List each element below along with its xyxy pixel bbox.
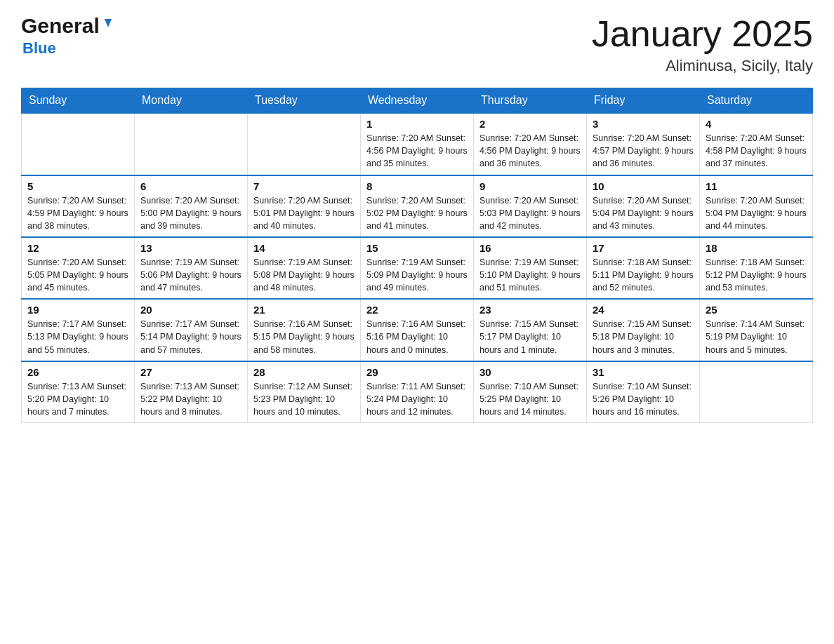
day-number: 20 bbox=[140, 304, 241, 316]
calendar-header-row: SundayMondayTuesdayWednesdayThursdayFrid… bbox=[22, 88, 813, 114]
calendar-body: 1Sunrise: 7:20 AM Sunset: 4:56 PM Daylig… bbox=[22, 113, 813, 422]
svg-marker-0 bbox=[105, 19, 112, 27]
calendar-header-cell: Tuesday bbox=[248, 88, 361, 114]
day-number: 14 bbox=[253, 242, 355, 254]
calendar-day-cell: 24Sunrise: 7:15 AM Sunset: 5:18 PM Dayli… bbox=[587, 299, 700, 361]
calendar-day-cell: 5Sunrise: 7:20 AM Sunset: 4:59 PM Daylig… bbox=[22, 175, 135, 237]
day-number: 31 bbox=[593, 366, 694, 378]
day-number: 3 bbox=[593, 118, 694, 130]
calendar-day-cell: 11Sunrise: 7:20 AM Sunset: 5:04 PM Dayli… bbox=[700, 175, 813, 237]
day-number: 9 bbox=[479, 180, 581, 192]
calendar-day-cell: 15Sunrise: 7:19 AM Sunset: 5:09 PM Dayli… bbox=[361, 237, 474, 299]
calendar-day-cell: 9Sunrise: 7:20 AM Sunset: 5:03 PM Daylig… bbox=[474, 175, 587, 237]
day-info: Sunrise: 7:19 AM Sunset: 5:08 PM Dayligh… bbox=[253, 256, 355, 294]
day-info: Sunrise: 7:20 AM Sunset: 5:02 PM Dayligh… bbox=[366, 194, 468, 232]
calendar-day-cell: 30Sunrise: 7:10 AM Sunset: 5:25 PM Dayli… bbox=[474, 361, 587, 423]
subtitle: Aliminusa, Sicily, Italy bbox=[592, 57, 813, 75]
day-number: 6 bbox=[140, 180, 241, 192]
day-info: Sunrise: 7:15 AM Sunset: 5:17 PM Dayligh… bbox=[479, 318, 581, 356]
calendar-day-cell: 4Sunrise: 7:20 AM Sunset: 4:58 PM Daylig… bbox=[700, 113, 813, 175]
calendar-day-cell bbox=[700, 361, 813, 423]
day-info: Sunrise: 7:17 AM Sunset: 5:13 PM Dayligh… bbox=[27, 318, 128, 356]
day-info: Sunrise: 7:19 AM Sunset: 5:09 PM Dayligh… bbox=[366, 256, 468, 294]
day-info: Sunrise: 7:13 AM Sunset: 5:20 PM Dayligh… bbox=[27, 380, 128, 418]
day-number: 23 bbox=[479, 304, 581, 316]
calendar-day-cell bbox=[135, 113, 248, 175]
day-info: Sunrise: 7:20 AM Sunset: 4:58 PM Dayligh… bbox=[706, 132, 807, 170]
calendar-header-cell: Wednesday bbox=[361, 88, 474, 114]
logo-general-text: General bbox=[21, 14, 100, 38]
day-number: 26 bbox=[27, 366, 128, 378]
day-info: Sunrise: 7:13 AM Sunset: 5:22 PM Dayligh… bbox=[140, 380, 241, 418]
day-number: 21 bbox=[253, 304, 355, 316]
day-number: 7 bbox=[253, 180, 355, 192]
calendar-day-cell: 18Sunrise: 7:18 AM Sunset: 5:12 PM Dayli… bbox=[700, 237, 813, 299]
day-number: 8 bbox=[366, 180, 468, 192]
calendar-day-cell bbox=[248, 113, 361, 175]
day-info: Sunrise: 7:20 AM Sunset: 4:56 PM Dayligh… bbox=[366, 132, 468, 170]
calendar-day-cell: 2Sunrise: 7:20 AM Sunset: 4:56 PM Daylig… bbox=[474, 113, 587, 175]
calendar-day-cell: 3Sunrise: 7:20 AM Sunset: 4:57 PM Daylig… bbox=[587, 113, 700, 175]
calendar-day-cell: 26Sunrise: 7:13 AM Sunset: 5:20 PM Dayli… bbox=[22, 361, 135, 423]
day-number: 17 bbox=[593, 242, 694, 254]
day-info: Sunrise: 7:12 AM Sunset: 5:23 PM Dayligh… bbox=[253, 380, 355, 418]
day-number: 10 bbox=[593, 180, 694, 192]
calendar-day-cell: 12Sunrise: 7:20 AM Sunset: 5:05 PM Dayli… bbox=[22, 237, 135, 299]
calendar-day-cell: 23Sunrise: 7:15 AM Sunset: 5:17 PM Dayli… bbox=[474, 299, 587, 361]
day-info: Sunrise: 7:19 AM Sunset: 5:06 PM Dayligh… bbox=[140, 256, 241, 294]
calendar-day-cell: 6Sunrise: 7:20 AM Sunset: 5:00 PM Daylig… bbox=[135, 175, 248, 237]
calendar-day-cell: 19Sunrise: 7:17 AM Sunset: 5:13 PM Dayli… bbox=[22, 299, 135, 361]
day-info: Sunrise: 7:20 AM Sunset: 5:03 PM Dayligh… bbox=[479, 194, 581, 232]
calendar-week-row: 1Sunrise: 7:20 AM Sunset: 4:56 PM Daylig… bbox=[22, 113, 813, 175]
day-info: Sunrise: 7:18 AM Sunset: 5:11 PM Dayligh… bbox=[593, 256, 694, 294]
day-info: Sunrise: 7:10 AM Sunset: 5:25 PM Dayligh… bbox=[479, 380, 581, 418]
main-title: January 2025 bbox=[592, 14, 813, 54]
calendar-header-cell: Thursday bbox=[474, 88, 587, 114]
calendar-day-cell: 20Sunrise: 7:17 AM Sunset: 5:14 PM Dayli… bbox=[135, 299, 248, 361]
day-number: 24 bbox=[593, 304, 694, 316]
day-info: Sunrise: 7:16 AM Sunset: 5:15 PM Dayligh… bbox=[253, 318, 355, 356]
day-info: Sunrise: 7:17 AM Sunset: 5:14 PM Dayligh… bbox=[140, 318, 241, 356]
day-number: 1 bbox=[366, 118, 468, 130]
calendar-day-cell: 31Sunrise: 7:10 AM Sunset: 5:26 PM Dayli… bbox=[587, 361, 700, 423]
calendar-day-cell: 27Sunrise: 7:13 AM Sunset: 5:22 PM Dayli… bbox=[135, 361, 248, 423]
day-number: 30 bbox=[479, 366, 581, 378]
day-info: Sunrise: 7:18 AM Sunset: 5:12 PM Dayligh… bbox=[706, 256, 807, 294]
day-info: Sunrise: 7:16 AM Sunset: 5:16 PM Dayligh… bbox=[366, 318, 468, 356]
day-info: Sunrise: 7:20 AM Sunset: 5:05 PM Dayligh… bbox=[27, 256, 128, 294]
day-info: Sunrise: 7:20 AM Sunset: 5:04 PM Dayligh… bbox=[593, 194, 694, 232]
calendar-day-cell: 14Sunrise: 7:19 AM Sunset: 5:08 PM Dayli… bbox=[248, 237, 361, 299]
day-number: 19 bbox=[27, 304, 128, 316]
day-info: Sunrise: 7:20 AM Sunset: 4:59 PM Dayligh… bbox=[27, 194, 128, 232]
calendar-day-cell: 1Sunrise: 7:20 AM Sunset: 4:56 PM Daylig… bbox=[361, 113, 474, 175]
calendar-week-row: 12Sunrise: 7:20 AM Sunset: 5:05 PM Dayli… bbox=[22, 237, 813, 299]
calendar-day-cell: 22Sunrise: 7:16 AM Sunset: 5:16 PM Dayli… bbox=[361, 299, 474, 361]
day-number: 15 bbox=[366, 242, 468, 254]
calendar-day-cell: 10Sunrise: 7:20 AM Sunset: 5:04 PM Dayli… bbox=[587, 175, 700, 237]
day-info: Sunrise: 7:20 AM Sunset: 4:57 PM Dayligh… bbox=[593, 132, 694, 170]
page-header: General Blue January 2025 Aliminusa, Sic… bbox=[21, 14, 813, 75]
calendar-week-row: 5Sunrise: 7:20 AM Sunset: 4:59 PM Daylig… bbox=[22, 175, 813, 237]
calendar-day-cell: 13Sunrise: 7:19 AM Sunset: 5:06 PM Dayli… bbox=[135, 237, 248, 299]
logo: General Blue bbox=[21, 14, 114, 58]
calendar-week-row: 19Sunrise: 7:17 AM Sunset: 5:13 PM Dayli… bbox=[22, 299, 813, 361]
calendar-day-cell: 16Sunrise: 7:19 AM Sunset: 5:10 PM Dayli… bbox=[474, 237, 587, 299]
day-info: Sunrise: 7:20 AM Sunset: 5:00 PM Dayligh… bbox=[140, 194, 241, 232]
day-number: 18 bbox=[706, 242, 807, 254]
day-number: 22 bbox=[366, 304, 468, 316]
day-info: Sunrise: 7:14 AM Sunset: 5:19 PM Dayligh… bbox=[706, 318, 807, 356]
day-info: Sunrise: 7:15 AM Sunset: 5:18 PM Dayligh… bbox=[593, 318, 694, 356]
calendar-day-cell: 25Sunrise: 7:14 AM Sunset: 5:19 PM Dayli… bbox=[700, 299, 813, 361]
calendar-header-cell: Monday bbox=[135, 88, 248, 114]
day-info: Sunrise: 7:20 AM Sunset: 5:01 PM Dayligh… bbox=[253, 194, 355, 232]
calendar-header-cell: Friday bbox=[587, 88, 700, 114]
logo-chevron-icon bbox=[102, 18, 114, 33]
calendar-week-row: 26Sunrise: 7:13 AM Sunset: 5:20 PM Dayli… bbox=[22, 361, 813, 423]
day-number: 4 bbox=[706, 118, 807, 130]
day-info: Sunrise: 7:11 AM Sunset: 5:24 PM Dayligh… bbox=[366, 380, 468, 418]
day-info: Sunrise: 7:19 AM Sunset: 5:10 PM Dayligh… bbox=[479, 256, 581, 294]
day-number: 2 bbox=[479, 118, 581, 130]
calendar-day-cell: 28Sunrise: 7:12 AM Sunset: 5:23 PM Dayli… bbox=[248, 361, 361, 423]
logo-blue-text: Blue bbox=[22, 39, 56, 58]
day-number: 16 bbox=[479, 242, 581, 254]
